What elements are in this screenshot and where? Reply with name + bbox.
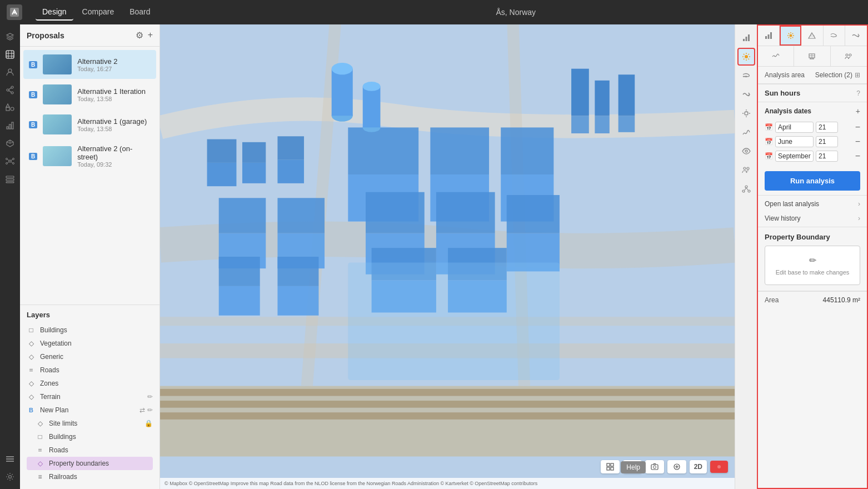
map-ctrl-compass[interactable] <box>710 461 728 473</box>
proposals-filter-icon[interactable]: ⚙ <box>136 30 143 41</box>
layer-terrain-name: Terrain <box>40 393 143 401</box>
sidebar-icon-nodes[interactable] <box>2 153 18 169</box>
layer-buildings[interactable]: □ Buildings <box>27 323 153 337</box>
layer-site-limits-actions: 🔒 <box>144 420 153 427</box>
property-boundary-edit-icon[interactable]: ✏ <box>809 255 816 266</box>
proposal-time-1: Today, 16:27 <box>77 66 151 72</box>
date-month-select-1[interactable]: April JanuaryFebruaryMarch MayJuneJulyAu… <box>775 122 814 133</box>
svg-point-116 <box>745 112 748 115</box>
svg-rect-74 <box>277 286 318 316</box>
proposal-item-1[interactable]: B Alternative 2 Today, 16:27 <box>23 50 156 79</box>
analysis-selection-text: Selection (2) <box>815 71 852 79</box>
svg-rect-46 <box>242 163 266 183</box>
layer-railroads[interactable]: ≡ Railroads <box>27 470 153 483</box>
layer-site-limits-lock-icon[interactable]: 🔒 <box>144 420 153 427</box>
layer-vegetation[interactable]: ◇ Vegetation <box>27 337 153 350</box>
analysis-icon-group[interactable] <box>831 46 867 66</box>
right-icon-noise[interactable] <box>737 123 755 141</box>
nav-design[interactable]: Design <box>36 4 73 21</box>
sidebar-icon-layers2[interactable] <box>2 171 18 187</box>
proposals-add-icon[interactable]: + <box>148 30 153 41</box>
right-icon-wind[interactable] <box>737 67 755 84</box>
date-day-select-2[interactable]: 21 <box>816 136 838 147</box>
help-button[interactable]: Help <box>621 461 646 473</box>
analysis-icon-mountain[interactable] <box>801 26 823 46</box>
open-last-analysis-row[interactable]: Open last analysis › <box>758 196 867 212</box>
nav-board[interactable]: Board <box>123 4 157 21</box>
sidebar-icon-users[interactable] <box>2 64 18 80</box>
sidebar-icon-layers[interactable] <box>2 29 18 44</box>
date-day-select-1[interactable]: 21 <box>816 122 838 133</box>
sun-hours-help-icon[interactable]: ? <box>856 89 860 97</box>
right-icon-flow[interactable] <box>737 86 755 103</box>
layer-roads[interactable]: = Roads <box>27 363 153 377</box>
layer-roads-2[interactable]: = Roads <box>27 443 153 457</box>
analysis-dates-add-icon[interactable]: + <box>856 107 860 116</box>
proposal-time-4: Today, 09:32 <box>77 161 151 168</box>
page-title: Ås, Norway <box>171 8 861 17</box>
sidebar-icon-settings[interactable] <box>2 469 18 485</box>
run-analysis-button[interactable]: Run analysis <box>765 171 860 191</box>
proposals-panel: Proposals ⚙ + B Alternative 2 Today, 16:… <box>20 24 160 489</box>
date-day-select-3[interactable]: 21 <box>816 151 838 162</box>
svg-rect-103 <box>745 37 747 41</box>
analysis-icon-sun-active[interactable] <box>780 26 801 46</box>
right-icon-people[interactable] <box>737 161 755 179</box>
proposal-item-4[interactable]: B Alternative 2 (on-street) Today, 09:32 <box>23 140 156 172</box>
svg-rect-36 <box>160 386 735 457</box>
right-icon-network[interactable] <box>737 180 755 198</box>
app-logo[interactable] <box>7 4 22 20</box>
svg-line-24 <box>7 159 9 161</box>
analysis-icon-bar-chart[interactable] <box>758 26 780 46</box>
date-remove-3[interactable]: − <box>855 151 860 161</box>
svg-rect-59 <box>595 116 609 133</box>
sidebar-icon-list[interactable] <box>2 451 18 467</box>
sidebar-icon-chart[interactable] <box>2 118 18 133</box>
layer-site-limits[interactable]: ◇ Site limits 🔒 <box>27 417 153 430</box>
right-icon-chart[interactable] <box>737 29 755 47</box>
layer-terrain[interactable]: ◇ Terrain ✏ <box>27 390 153 403</box>
proposal-item-2[interactable]: B Alternative 1 Iteration Today, 13:58 <box>23 80 156 109</box>
open-last-label: Open last analysis <box>765 200 819 208</box>
layer-zones[interactable]: ◇ Zones <box>27 377 153 390</box>
sidebar-icon-share[interactable] <box>2 82 18 98</box>
analysis-icon-wave[interactable] <box>845 26 867 46</box>
date-remove-1[interactable]: − <box>855 122 860 132</box>
sidebar-icon-map[interactable] <box>2 47 18 62</box>
map-ctrl-zoom[interactable] <box>667 460 686 473</box>
map-area[interactable]: mapbox 2D © Mapbox © OpenStreetMap Impro… <box>160 24 735 489</box>
analysis-icon-solar-panel[interactable] <box>794 46 830 66</box>
nav-compare[interactable]: Compare <box>76 4 121 21</box>
layer-terrain-edit-icon[interactable]: ✏ <box>147 393 153 401</box>
date-month-select-2[interactable]: June JanuaryFebruaryMarchApril MayJulyAu… <box>775 136 814 147</box>
layer-property-boundaries[interactable]: ◇ Property boundaries <box>27 457 153 470</box>
view-history-row[interactable]: View history › <box>758 212 867 227</box>
map-ctrl-select[interactable] <box>601 460 620 473</box>
date-month-select-3[interactable]: September JanuaryFebruaryMarchApril MayJ… <box>775 151 814 162</box>
left-icon-sidebar <box>0 24 20 489</box>
right-icon-view[interactable] <box>737 142 755 160</box>
svg-point-5 <box>11 92 13 94</box>
svg-rect-69 <box>436 192 495 233</box>
map-2d-toggle[interactable]: 2D <box>690 460 707 473</box>
analysis-icon-wave2[interactable] <box>758 46 794 66</box>
layer-buildings-2[interactable]: □ Buildings <box>27 430 153 443</box>
svg-rect-60 <box>618 74 635 116</box>
analysis-icon-wind[interactable] <box>824 26 845 46</box>
proposal-item-3[interactable]: B Alternative 1 (garage) Today, 13:58 <box>23 110 156 139</box>
right-icon-sun[interactable] <box>737 48 755 66</box>
svg-rect-67 <box>366 192 425 233</box>
analysis-area-drag-icon[interactable]: ⊞ <box>855 71 860 79</box>
map-attribution-text: © Mapbox © OpenStreetMap Improve this ma… <box>164 481 537 486</box>
map-ctrl-camera[interactable] <box>645 460 664 473</box>
layer-new-plan[interactable]: B New Plan ⇄ ✏ <box>27 403 153 417</box>
layer-new-plan-edit-icon[interactable]: ✏ <box>147 406 153 414</box>
date-remove-2[interactable]: − <box>855 137 860 147</box>
sidebar-icon-shapes[interactable] <box>2 100 18 116</box>
sidebar-icon-cube[interactable] <box>2 136 18 151</box>
right-icon-sun2[interactable] <box>737 104 755 122</box>
layer-railroads-name: Railroads <box>49 473 153 481</box>
layer-new-plan-sync-icon[interactable]: ⇄ <box>139 406 145 414</box>
svg-line-7 <box>9 88 11 89</box>
layer-generic[interactable]: ◇ Generic <box>27 350 153 363</box>
